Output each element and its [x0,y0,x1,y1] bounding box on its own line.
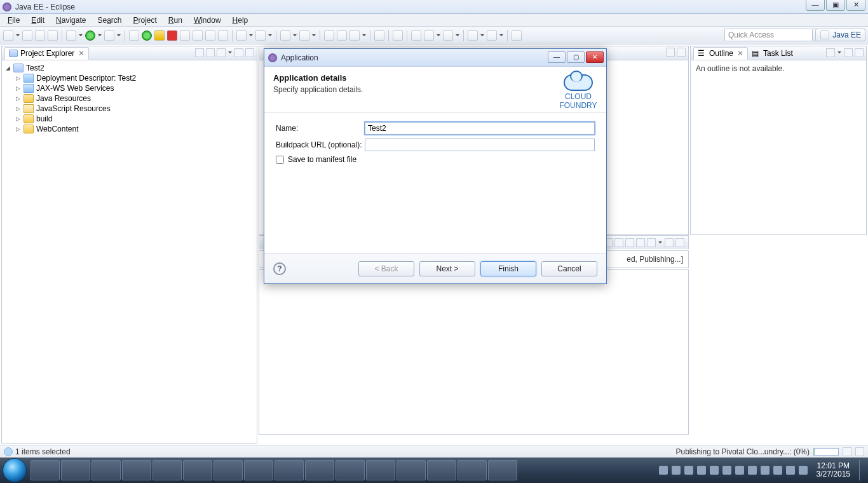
cloud-foundry-label: CLOUD FOUNDRY [559,92,597,110]
cancel-button[interactable]: Cancel [541,261,597,276]
dialog-title: Application [281,53,318,62]
cloud-foundry-logo: CLOUD FOUNDRY [559,73,597,104]
dialog-footer: ? < Back Next > Finish Cancel [264,253,606,283]
name-input[interactable] [365,122,595,135]
eclipse-icon [268,53,277,62]
buildpack-label: Buildpack URL (optional): [276,140,365,149]
dialog-layer: Application — ▢ ✕ Application details Sp… [0,0,868,488]
manifest-checkbox[interactable] [276,156,284,164]
dialog-subheading: Specify application details. [273,85,363,94]
dialog-titlebar[interactable]: Application — ▢ ✕ [264,49,606,67]
dialog-maximize-button[interactable]: ▢ [567,51,585,63]
help-icon[interactable]: ? [273,262,286,275]
buildpack-input[interactable] [365,139,595,151]
dialog-heading: Application details [273,73,363,83]
dialog-close-button[interactable]: ✕ [586,51,604,63]
manifest-label: Save to manifest file [288,155,356,164]
application-dialog: Application — ▢ ✕ Application details Sp… [264,48,607,284]
name-label: Name: [276,124,365,133]
next-button[interactable]: Next > [419,261,475,276]
finish-button[interactable]: Finish [480,261,536,276]
back-button: < Back [358,261,414,276]
dialog-header: Application details Specify application … [264,67,606,113]
dialog-body: Name: Buildpack URL (optional): Save to … [264,113,606,253]
dialog-minimize-button[interactable]: — [548,51,566,63]
